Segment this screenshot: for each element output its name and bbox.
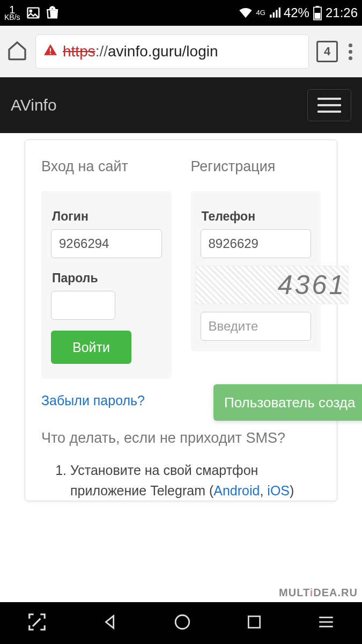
svg-rect-4 bbox=[315, 13, 321, 19]
password-input[interactable] bbox=[51, 291, 115, 320]
sms-help-step1b: ) bbox=[290, 483, 294, 498]
battery-percentage: 42% bbox=[284, 5, 309, 20]
home-button[interactable] bbox=[6, 40, 28, 63]
site-menu-button[interactable] bbox=[307, 89, 351, 121]
forgot-password-link[interactable]: Забыли пароль? bbox=[41, 393, 145, 408]
svg-rect-8 bbox=[248, 616, 260, 627]
phone-label: Телефон bbox=[202, 209, 312, 224]
sms-sep: , bbox=[260, 483, 267, 498]
login-column: Вход на сайт Логин Пароль Войти Забыли п… bbox=[41, 158, 172, 430]
tab-switcher[interactable]: 4 bbox=[316, 41, 338, 62]
register-title: Регистрация bbox=[191, 158, 321, 175]
warning-icon bbox=[43, 43, 57, 61]
forgot-block: Забыли пароль? bbox=[41, 393, 172, 408]
telegram-ios-link[interactable]: iOS bbox=[267, 483, 290, 498]
wifi-icon bbox=[238, 6, 253, 19]
android-status-bar: 1 KB/s 4G 42% 21:26 bbox=[0, 0, 362, 26]
site-header: AVinfo bbox=[0, 77, 362, 133]
captcha-text: 4361 bbox=[278, 269, 346, 301]
toast-message: Пользователь созда bbox=[224, 394, 355, 411]
url-host: avinfo.guru bbox=[108, 43, 182, 60]
phone-input[interactable] bbox=[201, 229, 312, 258]
browser-menu-button[interactable] bbox=[345, 43, 356, 60]
login-label: Логин bbox=[52, 209, 162, 224]
login-submit-label: Войти bbox=[72, 340, 110, 355]
shopping-bag-icon bbox=[46, 5, 61, 20]
login-title: Вход на сайт bbox=[41, 158, 172, 175]
site-brand[interactable]: AVinfo bbox=[11, 96, 57, 114]
home-icon[interactable] bbox=[173, 613, 191, 633]
network-type: 4G bbox=[256, 10, 265, 16]
fullscreen-edit-icon[interactable] bbox=[27, 612, 47, 634]
recents-icon[interactable] bbox=[246, 613, 263, 633]
login-submit-button[interactable]: Войти bbox=[51, 331, 131, 364]
status-right: 4G 42% 21:26 bbox=[238, 5, 358, 20]
captcha-image: 4361 bbox=[195, 266, 349, 304]
browser-toolbar: https://avinfo.guru/login 4 bbox=[0, 26, 362, 77]
sms-help-title: Что делать, если не приходит SMS? bbox=[41, 430, 321, 447]
back-icon[interactable] bbox=[101, 613, 120, 633]
telegram-android-link[interactable]: Android bbox=[213, 483, 260, 498]
auth-card: Вход на сайт Логин Пароль Войти Забыли п… bbox=[25, 140, 337, 501]
svg-rect-6 bbox=[50, 53, 51, 54]
success-toast: Пользователь созда bbox=[213, 384, 362, 421]
cell-signal-icon bbox=[269, 7, 280, 19]
svg-rect-3 bbox=[315, 6, 319, 7]
svg-point-1 bbox=[29, 10, 32, 12]
captcha-input[interactable] bbox=[201, 312, 312, 341]
password-label: Пароль bbox=[52, 271, 162, 286]
picture-icon bbox=[26, 5, 41, 20]
svg-rect-5 bbox=[50, 48, 51, 52]
register-panel: Телефон 4361 bbox=[191, 191, 321, 352]
login-panel: Логин Пароль Войти bbox=[41, 191, 172, 379]
network-speed: 1 KB/s bbox=[4, 5, 20, 21]
watermark: MULTiDEA.RU bbox=[279, 587, 358, 599]
tab-count-value: 4 bbox=[324, 45, 330, 58]
sms-help-step-1: Установите на свой смартфон приложение T… bbox=[70, 460, 321, 501]
url-bar[interactable]: https://avinfo.guru/login bbox=[35, 34, 309, 69]
url-path: /login bbox=[182, 43, 218, 60]
svg-point-7 bbox=[176, 615, 190, 629]
sms-help-list: Установите на свой смартфон приложение T… bbox=[41, 460, 321, 501]
clock: 21:26 bbox=[326, 5, 358, 20]
url-scheme: https bbox=[63, 43, 95, 60]
battery-icon bbox=[313, 5, 322, 20]
status-left: 1 KB/s bbox=[4, 5, 61, 21]
login-input[interactable] bbox=[51, 229, 162, 258]
speed-unit: KB/s bbox=[4, 14, 20, 21]
android-nav-bar bbox=[0, 602, 362, 644]
page-content: Вход на сайт Логин Пароль Войти Забыли п… bbox=[0, 133, 362, 602]
menu-icon[interactable] bbox=[317, 613, 335, 633]
url-sep: :// bbox=[95, 43, 108, 60]
